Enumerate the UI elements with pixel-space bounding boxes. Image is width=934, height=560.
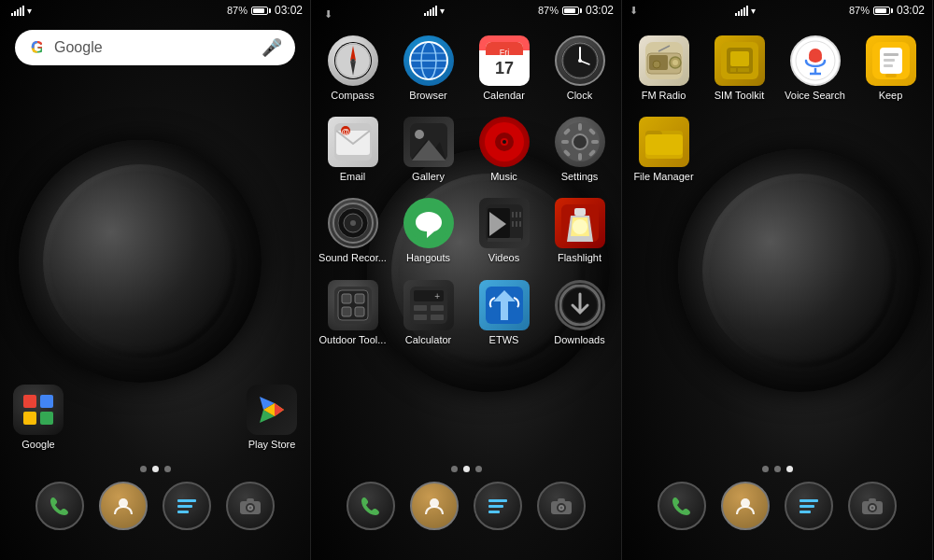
svg-rect-73 — [516, 212, 517, 217]
svg-point-16 — [249, 507, 252, 510]
app-videos[interactable]: Videos — [466, 190, 542, 272]
search-bar-wrapper: G Google 🎤 — [0, 21, 310, 75]
svg-text:+: + — [434, 291, 440, 301]
app-compass[interactable]: Compass — [315, 28, 390, 109]
svg-text:Fri: Fri — [499, 48, 509, 57]
contacts-icon-3 — [733, 494, 757, 518]
dock-contacts-2[interactable] — [410, 482, 459, 530]
phone-icon-3 — [670, 494, 694, 518]
calendar-icon: 17 Fri — [479, 35, 530, 86]
app-keep[interactable]: Keep — [853, 28, 928, 109]
outdoor-label: Outdoor Tool... — [319, 334, 387, 346]
dock-camera-1[interactable] — [226, 482, 275, 530]
google-search-bar[interactable]: G Google 🎤 — [15, 30, 295, 65]
dot-1[interactable] — [140, 466, 147, 472]
svg-rect-96 — [414, 315, 427, 320]
app-outdoor-tools[interactable]: Outdoor Tool... — [315, 273, 390, 354]
app-settings[interactable]: Settings — [542, 109, 617, 190]
google-app-icon — [13, 385, 64, 435]
dock-messages-2[interactable] — [474, 482, 522, 530]
svg-point-54 — [502, 140, 506, 144]
screen2-content: ⬇ ▾ 87% 03:02 — [311, 0, 621, 539]
dot-3-1[interactable] — [762, 466, 769, 472]
svg-rect-77 — [519, 221, 521, 227]
status-right: 87% 03:02 — [227, 4, 303, 17]
svg-rect-103 — [488, 505, 503, 508]
downloads-label: Downloads — [554, 334, 604, 346]
app-etws[interactable]: ETWS — [466, 273, 542, 354]
bottom-apps-row: Google Play Store — [0, 377, 310, 458]
app-flashlight[interactable]: Flashlight — [542, 190, 617, 272]
email-svg: @ — [333, 121, 374, 162]
gallery-label: Gallery — [412, 171, 445, 183]
app-play-store[interactable]: Play Store — [243, 377, 301, 458]
app-sim-toolkit[interactable]: SIM Toolkit — [701, 28, 777, 109]
flashlight-icon — [555, 198, 605, 248]
dock-phone-3[interactable] — [658, 482, 706, 530]
sound-recorder-icon — [328, 198, 378, 248]
svg-rect-1 — [40, 395, 53, 408]
svg-rect-145 — [869, 498, 876, 502]
app-downloads[interactable]: Downloads — [542, 273, 617, 354]
app-sound-recorder[interactable]: Sound Recor... — [315, 190, 390, 272]
download-notif-icon-3: ⬇ — [630, 5, 638, 17]
svg-rect-95 — [431, 305, 444, 311]
svg-point-116 — [653, 61, 660, 68]
dock-area-2 — [311, 466, 621, 539]
dock-camera-2[interactable] — [537, 482, 586, 530]
mic-icon[interactable]: 🎤 — [262, 37, 282, 58]
dock-contacts-3[interactable] — [721, 482, 770, 530]
videos-icon — [479, 198, 530, 248]
phone-icon-2 — [359, 494, 383, 518]
wifi-icon: ▾ — [27, 6, 32, 16]
dock-phone-2[interactable] — [347, 482, 395, 530]
app-music[interactable]: Music — [466, 109, 542, 190]
dock-messages-3[interactable] — [785, 482, 833, 530]
app-email[interactable]: @ Email — [315, 109, 390, 190]
app-gallery[interactable]: Gallery — [390, 109, 466, 190]
status-right-2: 87% 03:02 — [538, 4, 614, 17]
messages-icon — [175, 494, 199, 518]
calculator-icon: + — [403, 280, 454, 330]
dot-2[interactable] — [152, 466, 159, 472]
app-calculator[interactable]: + Calculator — [390, 273, 466, 354]
svg-rect-120 — [730, 68, 736, 72]
dock-contacts-1[interactable] — [99, 482, 148, 530]
dot-2-1[interactable] — [451, 466, 458, 472]
app-google[interactable]: Google — [9, 377, 67, 458]
svg-rect-109 — [558, 498, 565, 502]
messages-icon-2 — [486, 494, 510, 518]
svg-rect-90 — [355, 307, 364, 316]
app-calendar[interactable]: 17 Fri Calendar — [466, 28, 542, 109]
app-grid-3: FM Radio SIM Toolkit — [622, 21, 932, 198]
dot-3-3[interactable] — [786, 466, 793, 472]
keep-svg — [870, 40, 912, 81]
app-clock[interactable]: Clock — [542, 28, 617, 109]
app-browser[interactable]: Browser — [390, 28, 466, 109]
battery-icon-2 — [562, 7, 582, 15]
svg-point-84 — [573, 219, 587, 234]
dot-2-2[interactable] — [463, 466, 470, 472]
compass-icon — [328, 35, 378, 86]
dot-3-2[interactable] — [774, 466, 781, 472]
dock-phone-1[interactable] — [35, 482, 84, 530]
dot-2-3[interactable] — [475, 466, 482, 472]
app-voice-search[interactable]: Voice Search — [777, 28, 853, 109]
phone-icon — [48, 494, 72, 518]
dock-camera-3[interactable] — [848, 482, 897, 530]
svg-rect-57 — [578, 123, 582, 131]
signal-bars-3 — [735, 5, 748, 16]
app-file-manager[interactable]: File Manager — [626, 109, 701, 190]
svg-rect-119 — [730, 51, 749, 66]
voice-search-svg — [795, 40, 836, 81]
svg-rect-139 — [800, 505, 814, 508]
file-manager-svg — [644, 121, 685, 162]
music-svg — [484, 121, 525, 162]
app-fm-radio[interactable]: FM Radio — [626, 28, 701, 109]
dot-3[interactable] — [164, 466, 171, 472]
svg-rect-97 — [431, 315, 444, 320]
dock-messages-1[interactable] — [163, 482, 211, 530]
app-hangouts[interactable]: Hangouts — [390, 190, 466, 272]
svg-text:17: 17 — [494, 59, 513, 77]
hangouts-icon — [403, 198, 454, 248]
